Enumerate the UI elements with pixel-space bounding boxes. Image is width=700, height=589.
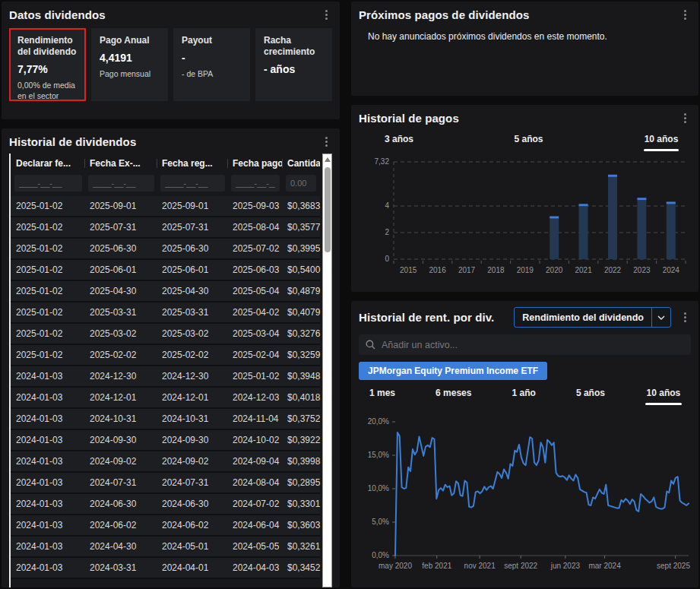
svg-text:jun 2023: jun 2023: [550, 562, 581, 570]
table-cell: 2024-10-31: [84, 409, 157, 429]
filter-input[interactable]: [14, 175, 82, 192]
table-cell: 2025-03-04: [227, 324, 282, 344]
table-cell: $0,3301: [282, 494, 320, 514]
table-cell: 2024-05-05: [227, 537, 282, 556]
table-row: 2024-01-032024-06-302024-06-302024-07-02…: [11, 494, 320, 515]
add-asset-search[interactable]: [359, 334, 691, 355]
svg-text:7,32: 7,32: [375, 157, 390, 166]
table-scrollbar[interactable]: [322, 154, 332, 587]
table-cell: 2025-03-02: [157, 324, 227, 344]
filter-input[interactable]: [88, 175, 154, 192]
table-cell: $0,3752: [282, 409, 320, 429]
table-row: 2024-01-032024-12-012024-12-012024-12-03…: [11, 388, 320, 409]
kebab-menu-icon[interactable]: [679, 311, 691, 325]
datos-dividendos-title: Datos dividendos: [9, 8, 312, 21]
table-cell: 2025-06-01: [84, 260, 157, 280]
table-cell: 2024-01-03: [11, 366, 84, 386]
table-cell: 2025-09-01: [84, 196, 157, 216]
column-header[interactable]: Declarar fe...: [11, 154, 84, 173]
column-header[interactable]: Fecha Ex-...: [84, 154, 157, 173]
table-row: 2024-01-032024-09-022024-09-022024-09-04…: [11, 451, 320, 473]
table-row: 2024-01-032024-09-302024-09-302024-10-02…: [11, 430, 320, 451]
table-cell: 2024-08-04: [227, 473, 282, 492]
stat-card-title: Rendimiento del dividendo: [17, 35, 78, 58]
kebab-menu-icon[interactable]: [320, 8, 332, 21]
table-cell: 2025-03-31: [84, 302, 157, 322]
table-cell: 2025-06-30: [157, 239, 227, 258]
tab-3-años[interactable]: 3 años: [385, 134, 413, 144]
stat-card-subtitle: - de BPA: [182, 69, 242, 80]
table-cell: $0,3261: [282, 537, 320, 556]
scrollbar-thumb[interactable]: [325, 167, 331, 252]
filter-input[interactable]: [160, 175, 225, 192]
tab-5-años[interactable]: 5 años: [576, 388, 605, 398]
table-cell: $0,5400: [282, 260, 320, 280]
column-header[interactable]: Fecha reg...: [157, 154, 227, 173]
scroll-up-arrow-icon[interactable]: [323, 154, 331, 165]
search-input[interactable]: [382, 340, 684, 350]
table-row: 2025-01-022025-02-022025-02-022025-02-04…: [11, 345, 320, 366]
svg-text:2020: 2020: [546, 266, 563, 274]
table-cell: $0,3452: [282, 558, 320, 578]
panel-proximos-pagos: Próximos pagos de dividendos No hay anun…: [351, 2, 698, 96]
stat-card-0: Rendimiento del dividendo7,77%0,00% de m…: [9, 28, 86, 101]
kebab-menu-icon[interactable]: [679, 8, 691, 21]
table-row: 2025-01-022025-06-012025-06-012025-06-03…: [11, 260, 320, 281]
metric-dropdown[interactable]: Rendimiento del dividendo: [514, 307, 671, 328]
filter-cell: [283, 175, 320, 192]
table-cell: $0,3922: [282, 430, 320, 450]
table-cell: 2024-07-31: [157, 473, 227, 492]
column-header[interactable]: Cantidad: [282, 154, 320, 173]
asset-chip[interactable]: JPMorgan Equity Premium Income ETF: [359, 362, 547, 380]
filter-cell: [12, 175, 86, 192]
table-row: 2025-01-022025-04-302025-04-302025-05-04…: [11, 281, 320, 302]
tab-label: 10 años: [647, 388, 681, 398]
no-upcoming-dividends-message: No hay anunciados próximos dividendos en…: [368, 31, 691, 42]
table-cell: 2024-06-04: [227, 515, 282, 535]
table-cell: 2024-12-03: [227, 388, 282, 407]
metric-dropdown-value: Rendimiento del dividendo: [515, 312, 651, 323]
rent-por-div-title: Historial de rent. por div.: [359, 311, 506, 324]
table-cell: 2025-05-04: [227, 281, 282, 301]
filter-input[interactable]: [286, 175, 316, 192]
table-cell: 2024-09-04: [227, 451, 282, 471]
table-cell: 2024-11-04: [227, 409, 282, 429]
tab-label: 5 años: [576, 388, 605, 398]
table-cell: 2025-03-31: [157, 302, 227, 322]
table-cell: 2025-01-02: [227, 366, 282, 386]
table-cell: 2025-01-02: [11, 196, 84, 216]
table-cell: 2025-01-02: [11, 217, 84, 237]
table-cell: 2024-01-03: [11, 388, 84, 407]
tab-5-años[interactable]: 5 años: [515, 134, 543, 144]
table-cell: 2025-06-01: [157, 260, 227, 280]
table-cell: 2025-01-02: [11, 345, 84, 365]
table-cell: 2024-04-01: [157, 558, 227, 578]
tab-6-meses[interactable]: 6 meses: [436, 388, 471, 398]
tab-label: 10 años: [645, 134, 679, 144]
table-cell: 2024-10-02: [227, 430, 282, 450]
tab-label: 1 año: [512, 388, 536, 398]
filter-input[interactable]: [231, 175, 280, 192]
kebab-menu-icon[interactable]: [679, 111, 691, 125]
table-cell: 2025-01-02: [11, 324, 84, 344]
table-cell: 2024-01-03: [11, 537, 84, 556]
dividends-dashboard: Datos dividendos Rendimiento del dividen…: [0, 0, 700, 589]
tab-1-año[interactable]: 1 año: [512, 388, 536, 398]
tab-10-años[interactable]: 10 años: [645, 388, 682, 405]
svg-text:2023: 2023: [633, 266, 651, 274]
column-header[interactable]: Fecha pago: [227, 154, 282, 173]
table-cell: 2024-09-30: [84, 430, 157, 450]
panel-datos-dividendos: Datos dividendos Rendimiento del dividen…: [2, 2, 340, 119]
table-cell: 2024-09-02: [84, 451, 157, 471]
panel-historial-dividendos: Historial de dividendos Declarar fe...Fe…: [2, 128, 340, 587]
table-cell: 2024-01-03: [11, 558, 84, 578]
table-cell: $0,3948: [282, 366, 320, 386]
tab-1-mes[interactable]: 1 mes: [369, 388, 395, 398]
table-cell: 2025-07-31: [84, 217, 157, 237]
table-cell: 2024-12-01: [84, 388, 157, 407]
tab-10-años[interactable]: 10 años: [644, 134, 679, 151]
kebab-menu-icon[interactable]: [320, 135, 332, 148]
table-cell: 2025-01-02: [11, 260, 84, 280]
stat-card-1: Pago Anual4,4191Pago mensual: [91, 28, 168, 101]
stat-card-title: Payout: [182, 35, 242, 46]
